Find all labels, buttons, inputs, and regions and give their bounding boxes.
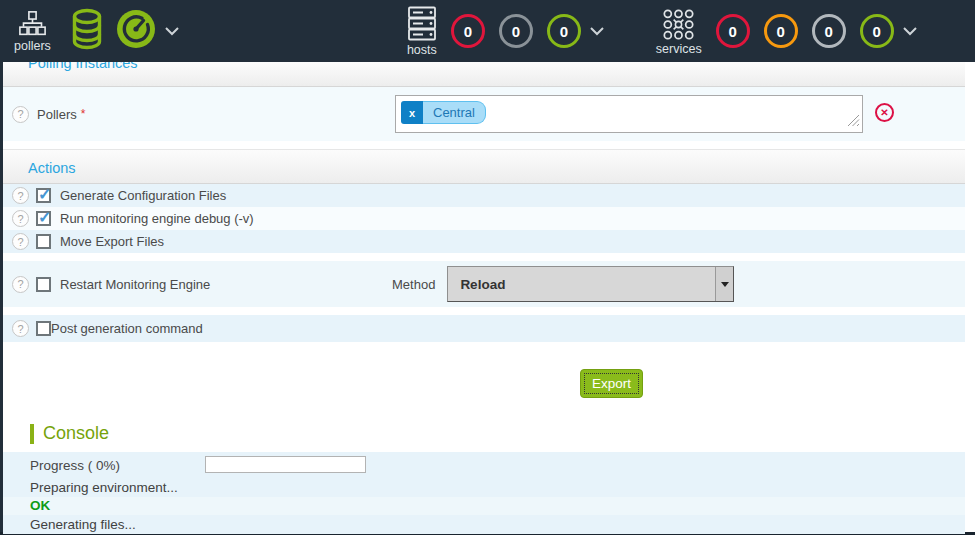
hosts-unreachable-counter[interactable]: 0 — [499, 14, 533, 48]
question-circle-icon[interactable]: ? — [12, 276, 29, 293]
progress-row: Progress ( 0%) — [3, 452, 965, 478]
question-circle-icon[interactable]: ? — [12, 210, 29, 227]
console-heading: Console — [30, 423, 965, 444]
pollers-multiselect-input[interactable]: x Central — [395, 95, 863, 133]
action-row-move-export: ? Move Export Files — [3, 230, 965, 253]
console-log-line: Preparing environment... — [3, 478, 965, 497]
services-unknown-counter[interactable]: 0 — [812, 14, 846, 48]
pollers-label: pollers — [14, 40, 51, 52]
hosts-chevron-down-icon[interactable] — [590, 27, 604, 36]
export-button[interactable]: Export — [580, 369, 643, 398]
gauge-icon[interactable] — [116, 9, 156, 53]
services-warning-counter[interactable]: 0 — [764, 14, 798, 48]
services-ok-counter[interactable]: 0 — [860, 14, 894, 48]
pollers-menu[interactable]: pollers — [14, 10, 51, 52]
action-label: Restart Monitoring Engine — [60, 277, 210, 292]
progress-bar — [205, 456, 366, 473]
console-log-line: Generating files... — [3, 515, 965, 534]
dots-grid-icon — [662, 8, 695, 41]
database-icon[interactable] — [71, 8, 103, 54]
poller-chip: x Central — [401, 101, 486, 124]
pollers-chevron-down-icon[interactable] — [165, 27, 179, 36]
action-row-post-command: ? Post generation command — [3, 315, 965, 342]
services-menu[interactable]: services — [656, 8, 702, 55]
console-title: Console — [43, 423, 109, 444]
action-row-restart: ? Restart Monitoring Engine Method Reloa… — [3, 261, 965, 307]
post-command-checkbox[interactable] — [36, 321, 51, 336]
hosts-up-counter[interactable]: 0 — [547, 14, 581, 48]
action-row-generate: ? Generate Configuration Files — [3, 184, 965, 207]
resize-handle-icon[interactable] — [847, 114, 860, 130]
generate-config-checkbox[interactable] — [36, 188, 51, 203]
method-selected-value: Reload — [448, 277, 715, 292]
action-label: Move Export Files — [60, 234, 164, 249]
section-polling-instances: Polling Instances — [3, 62, 965, 87]
services-label: services — [656, 43, 702, 55]
chip-label: Central — [423, 101, 486, 124]
export-configuration-form: Polling Instances ? Pollers * x Central … — [0, 62, 975, 532]
method-select[interactable]: Reload — [447, 266, 734, 302]
section-title: Actions — [28, 160, 76, 176]
hosts-label: hosts — [407, 44, 437, 56]
section-actions: Actions — [3, 149, 965, 184]
chip-remove-button[interactable]: x — [401, 101, 423, 124]
hosts-menu[interactable]: hosts — [407, 6, 437, 56]
services-chevron-down-icon[interactable] — [903, 27, 917, 36]
question-circle-icon[interactable]: ? — [12, 320, 29, 337]
question-circle-icon[interactable]: ? — [12, 106, 29, 123]
clear-pollers-circle-x-icon[interactable]: ✕ — [875, 103, 894, 122]
question-circle-icon[interactable]: ? — [12, 233, 29, 250]
action-label: Generate Configuration Files — [60, 188, 226, 203]
console-heading-bar — [30, 424, 34, 444]
services-critical-counter[interactable]: 0 — [716, 14, 750, 48]
question-circle-icon[interactable]: ? — [12, 187, 29, 204]
action-label: Post generation command — [51, 321, 203, 336]
pollers-field-label: Pollers — [37, 107, 77, 122]
select-arrow-down-icon[interactable] — [715, 267, 733, 301]
server-stack-icon — [407, 6, 437, 42]
action-row-debug: ? Run monitoring engine debug (-v) — [3, 207, 965, 230]
move-export-checkbox[interactable] — [36, 234, 51, 249]
sitemap-icon — [19, 10, 46, 38]
pollers-field-row: ? Pollers * x Central ✕ — [3, 87, 965, 141]
run-debug-checkbox[interactable] — [36, 211, 51, 226]
required-mark: * — [81, 107, 86, 121]
console-log-line-ok: OK — [3, 497, 965, 515]
progress-label: Progress ( 0%) — [30, 458, 120, 473]
action-label: Run monitoring engine debug (-v) — [60, 211, 254, 226]
section-title: Polling Instances — [28, 62, 965, 71]
method-label: Method — [392, 277, 435, 292]
restart-engine-checkbox[interactable] — [36, 277, 51, 292]
top-status-bar: pollers — [0, 0, 975, 62]
hosts-down-counter[interactable]: 0 — [451, 14, 485, 48]
